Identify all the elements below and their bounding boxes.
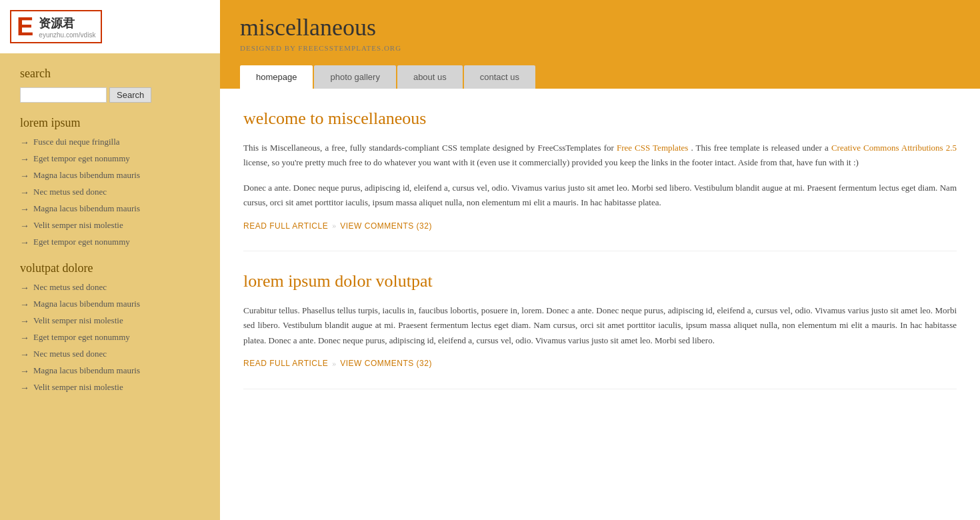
article-1-body2: Donec a ante. Donec neque purus, adipisc… [243,181,957,210]
nav-item-about-us[interactable]: about us [397,65,463,89]
volutpat-dolore-title: volutpat dolore [20,261,200,275]
arrow-icon: → [20,316,29,327]
list-item[interactable]: →Eget tempor eget nonummy [20,332,200,343]
article-1-footer: READ FULL ARTICLE » VIEW COMMENTS (32) [243,221,957,251]
logo-bar: E 资源君 eyunzhu.com/vdisk [0,0,220,53]
search-button[interactable]: Search [109,87,151,103]
nav-item-contact-us[interactable]: contact us [464,65,535,89]
sidebar: search Search lorem ipsum →Fusce dui neq… [0,53,220,520]
arrow-icon: → [20,154,29,165]
arrow-icon: → [20,333,29,343]
list-item[interactable]: →Eget tempor eget nonummy [20,153,200,165]
nav-item-homepage[interactable]: homepage [240,65,313,89]
arrow-icon: → [20,137,29,148]
site-subtitle: DESIGNED BY FREECSSTEMPLATES.ORG [240,44,960,52]
article-2-title: lorem ipsum dolor volutpat [243,271,957,291]
article-2: lorem ipsum dolor volutpat Curabitur tel… [243,271,957,389]
arrow-icon: → [20,171,29,181]
search-title: search [20,67,200,81]
article-1-title: welcome to miscellaneous [243,109,957,129]
logo-text: 资源君 eyunzhu.com/vdisk [39,15,95,39]
list-item[interactable]: →Nec metus sed donec [20,349,200,360]
search-input[interactable] [20,87,107,103]
list-item[interactable]: →Nec metus sed donec [20,187,200,198]
article-2-body: Curabitur tellus. Phasellus tellus turpi… [243,303,957,347]
nav-item-photo-gallery[interactable]: photo gallery [314,65,395,89]
article-1: welcome to miscellaneous This is Miscell… [243,109,957,251]
list-item[interactable]: →Velit semper nisi molestie [20,382,200,393]
list-item[interactable]: →Velit semper nisi molestie [20,220,200,231]
logo-url: eyunzhu.com/vdisk [39,31,95,39]
arrow-icon: → [20,349,29,360]
search-section: search Search [20,67,200,103]
nav-bar: homepage photo gallery about us contact … [240,65,960,89]
site-title: miscellaneous [240,13,960,41]
arrow-icon: → [20,283,29,293]
arrow-icon: → [20,204,29,215]
list-item[interactable]: →Magna lacus bibendum mauris [20,203,200,215]
list-item[interactable]: →Fusce dui neque fringilla [20,137,200,148]
list-item[interactable]: →Magna lacus bibendum mauris [20,365,200,377]
site-header: miscellaneous DESIGNED BY FREECSSTEMPLAT… [220,0,980,89]
search-input-wrap: Search [20,87,200,103]
article-2-read-more[interactable]: READ FULL ARTICLE [243,359,328,368]
logo: E 资源君 eyunzhu.com/vdisk [10,10,102,43]
arrow-icon: → [20,187,29,198]
lorem-ipsum-title: lorem ipsum [20,116,200,130]
lorem-ipsum-list: →Fusce dui neque fringilla →Eget tempor … [20,137,200,248]
main-content: welcome to miscellaneous This is Miscell… [220,89,980,520]
list-item[interactable]: →Magna lacus bibendum mauris [20,170,200,181]
volutpat-dolore-list: →Nec metus sed donec →Magna lacus bibend… [20,282,200,393]
article-1-link1[interactable]: Free CSS Templates [617,143,688,153]
list-item[interactable]: →Magna lacus bibendum mauris [20,299,200,310]
logo-chinese: 资源君 [39,15,95,31]
article-2-footer: READ FULL ARTICLE » VIEW COMMENTS (32) [243,359,957,389]
arrow-icon: → [20,221,29,231]
logo-letter: E [17,14,33,39]
article-1-link2[interactable]: Creative Commons Attributions 2.5 [831,143,957,153]
list-item[interactable]: →Nec metus sed donec [20,282,200,293]
arrow-icon: → [20,299,29,310]
arrow-icon: → [20,383,29,393]
article-1-view-comments[interactable]: VIEW COMMENTS (32) [340,221,432,231]
list-item[interactable]: →Velit semper nisi molestie [20,315,200,327]
list-item[interactable]: →Eget tempor eget nonummy [20,237,200,248]
article-2-view-comments[interactable]: VIEW COMMENTS (32) [340,359,432,368]
article-2-separator: » [332,359,336,369]
article-1-body: This is Miscellaneous, a free, fully sta… [243,141,957,170]
article-1-read-more[interactable]: READ FULL ARTICLE [243,221,328,231]
arrow-icon: → [20,366,29,377]
article-1-separator: » [332,221,336,231]
arrow-icon: → [20,237,29,248]
